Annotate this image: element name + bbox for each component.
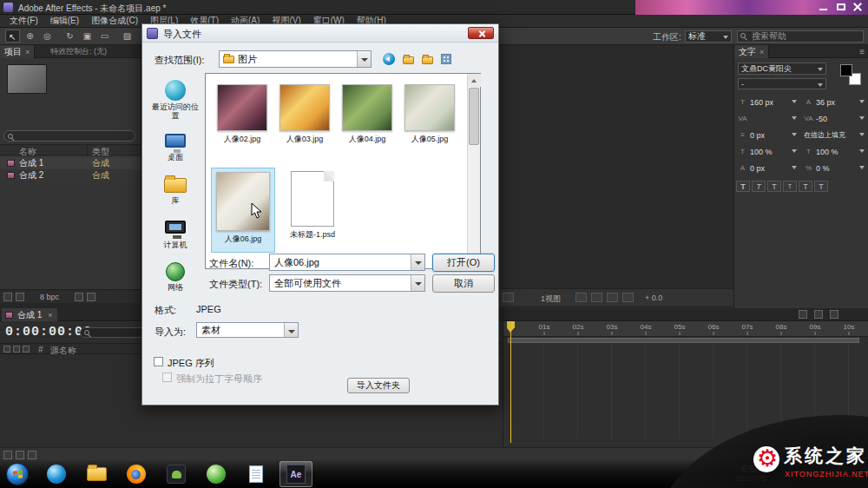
- new-folder-icon[interactable]: [16, 293, 24, 301]
- rotate-tool-icon[interactable]: ↻: [62, 30, 77, 43]
- file-item[interactable]: 人像04.jpg: [339, 84, 396, 145]
- place-computer[interactable]: 计算机: [149, 217, 201, 249]
- work-area-bar[interactable]: [508, 338, 859, 343]
- new-folder-button[interactable]: [418, 50, 436, 67]
- grid-icon[interactable]: [575, 293, 587, 302]
- view-mode-select[interactable]: 1视图: [541, 293, 561, 305]
- tab-close-icon[interactable]: ×: [25, 48, 30, 56]
- leading-field[interactable]: A 36 px: [802, 96, 866, 109]
- place-network[interactable]: 网络: [149, 262, 201, 292]
- superscript-toggle[interactable]: T: [799, 181, 812, 192]
- workspace-select[interactable]: 标准: [685, 30, 732, 43]
- zoom-tool-icon[interactable]: ◎: [40, 30, 55, 43]
- place-desktop[interactable]: 桌面: [149, 130, 201, 162]
- view-menu-button[interactable]: [437, 50, 455, 67]
- file-item[interactable]: 未标题-1.psd: [280, 171, 345, 241]
- camera-tool-icon[interactable]: ▣: [80, 30, 95, 43]
- scrollbar[interactable]: [467, 74, 480, 268]
- menu-edit[interactable]: 编辑(E): [44, 15, 85, 27]
- taskbar-green-app-icon[interactable]: [200, 461, 233, 487]
- tab-composition-1[interactable]: 合成 1 ×: [2, 308, 57, 321]
- ruler-icon[interactable]: [591, 293, 602, 302]
- menu-file[interactable]: 文件(F): [3, 15, 44, 27]
- all-caps-toggle[interactable]: T: [767, 181, 781, 192]
- open-button[interactable]: 打开(O): [432, 254, 495, 272]
- taskbar-explorer-icon[interactable]: [80, 461, 113, 487]
- selection-tool-icon[interactable]: ↖: [5, 30, 20, 43]
- dropdown-icon[interactable]: [411, 254, 424, 270]
- look-in-select[interactable]: 图片: [219, 50, 372, 68]
- menu-composition[interactable]: 图像合成(C): [85, 15, 144, 27]
- small-caps-toggle[interactable]: T: [783, 181, 797, 192]
- taskbar-android-app-icon[interactable]: [160, 461, 193, 487]
- stroke-width-field[interactable]: ≡ 0 px: [736, 129, 799, 142]
- time-ruler[interactable]: 01s 02s 03s 04s 05s 06s 07s 08s 09s 10s: [503, 321, 868, 337]
- cancel-button[interactable]: 取消: [432, 274, 495, 293]
- current-timecode[interactable]: 0:00:00:00: [5, 325, 92, 340]
- faux-bold-toggle[interactable]: T: [736, 181, 750, 192]
- jpeg-sequence-checkbox[interactable]: [154, 357, 163, 366]
- import-as-select[interactable]: 素材: [196, 322, 299, 338]
- faux-italic-toggle[interactable]: T: [752, 181, 766, 192]
- place-recent[interactable]: 最近访问的位置: [149, 80, 201, 120]
- baseline-shift-field[interactable]: A 0 px: [736, 162, 799, 175]
- mask-shape-tool-icon[interactable]: ▨: [120, 30, 135, 43]
- graph-editor-icon[interactable]: [830, 310, 838, 319]
- channel-icon[interactable]: [607, 293, 618, 302]
- project-item-row[interactable]: 合成 1 合成: [0, 157, 141, 169]
- file-list[interactable]: 人像02.jpg 人像03.jpg 人像04.jpg 人像05.jpg 人像06…: [205, 73, 481, 269]
- file-item[interactable]: 人像02.jpg: [214, 84, 271, 145]
- taskbar-firefox-icon[interactable]: [120, 461, 153, 487]
- trash-icon[interactable]: [87, 293, 95, 301]
- hand-tool-icon[interactable]: ⊕: [23, 30, 37, 43]
- close-window-button[interactable]: [850, 2, 865, 13]
- color-depth-button[interactable]: 8 bpc: [40, 293, 59, 301]
- tab-close-icon[interactable]: ×: [760, 48, 764, 56]
- taskbar-browser-icon[interactable]: [40, 461, 73, 487]
- frame-blend-icon[interactable]: [799, 310, 807, 319]
- resolution-icon[interactable]: [622, 293, 634, 302]
- taskbar-document-app-icon[interactable]: [240, 461, 273, 487]
- horizontal-scale-field[interactable]: T 100 %: [802, 145, 866, 159]
- fill-color-swatch[interactable]: [840, 64, 852, 76]
- file-item-selected[interactable]: 人像06.jpg: [211, 168, 275, 253]
- dialog-close-button[interactable]: [468, 27, 494, 39]
- dropdown-icon[interactable]: [411, 275, 424, 291]
- fill-mode-select[interactable]: 在描边上填充: [802, 129, 866, 142]
- current-time-indicator[interactable]: [507, 321, 515, 443]
- tracking-field[interactable]: VA -50: [802, 112, 866, 126]
- pan-behind-tool-icon[interactable]: ▭: [97, 30, 112, 43]
- file-item[interactable]: 人像03.jpg: [276, 84, 333, 145]
- import-folder-button[interactable]: 导入文件夹: [347, 378, 410, 393]
- tab-character[interactable]: 文字×: [734, 45, 769, 58]
- scroll-up-icon[interactable]: [468, 74, 481, 87]
- column-type[interactable]: 类型: [92, 146, 109, 158]
- file-item[interactable]: 人像05.jpg: [401, 84, 458, 145]
- tab-project[interactable]: 项目×: [0, 45, 35, 58]
- dialog-titlebar[interactable]: 导入文件: [142, 24, 498, 43]
- panel-menu-icon[interactable]: ≡: [859, 45, 865, 58]
- interpret-footage-icon[interactable]: [3, 293, 12, 301]
- back-button[interactable]: [380, 50, 398, 67]
- dropdown-icon[interactable]: [357, 51, 371, 67]
- minimize-button[interactable]: [816, 2, 832, 13]
- tab-close-icon[interactable]: ×: [48, 311, 52, 320]
- vertical-scale-field[interactable]: T 100 %: [736, 145, 799, 159]
- kerning-field[interactable]: VA: [736, 112, 799, 126]
- project-item-row[interactable]: 合成 2 合成: [0, 169, 141, 181]
- font-size-field[interactable]: T 160 px: [736, 96, 799, 109]
- font-style-select[interactable]: -: [738, 78, 826, 89]
- help-search-input[interactable]: 搜索帮助: [737, 30, 864, 43]
- up-one-level-button[interactable]: [399, 50, 417, 67]
- tab-effect-controls[interactable]: 特效控制台: (无): [50, 45, 107, 58]
- source-name-column[interactable]: 源名称: [50, 345, 76, 357]
- taskbar-after-effects-icon[interactable]: Ae: [279, 461, 312, 487]
- mask-visibility-icon[interactable]: [503, 293, 514, 302]
- column-name[interactable]: 名称: [19, 146, 36, 158]
- maximize-button[interactable]: [833, 2, 849, 13]
- new-composition-icon[interactable]: [75, 293, 83, 301]
- file-type-select[interactable]: 全部可使用文件: [269, 274, 425, 292]
- project-search-input[interactable]: [3, 130, 135, 142]
- dropdown-icon[interactable]: [284, 323, 298, 337]
- file-name-input[interactable]: 人像06.jpg: [269, 254, 425, 271]
